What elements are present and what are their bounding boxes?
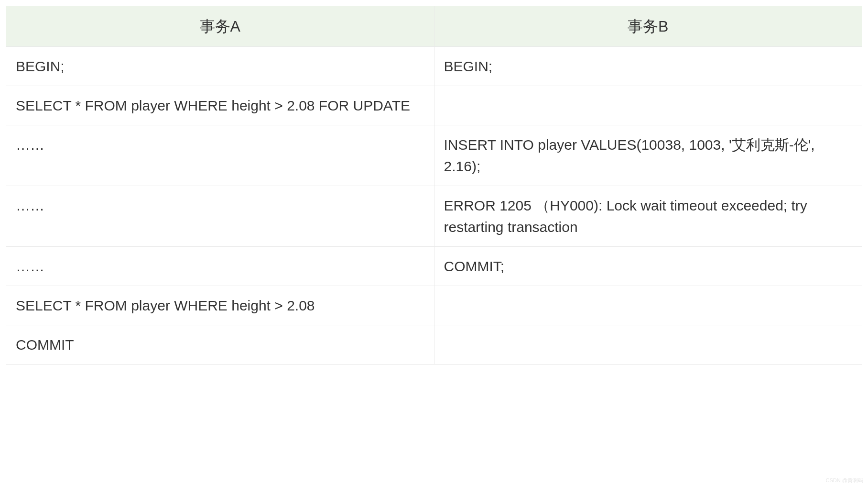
cell-b bbox=[434, 286, 862, 325]
header-transaction-b: 事务B bbox=[434, 6, 862, 47]
table-row: …… INSERT INTO player VALUES(10038, 1003… bbox=[6, 125, 862, 186]
table-row: SELECT * FROM player WHERE height > 2.08… bbox=[6, 86, 862, 125]
cell-b: BEGIN; bbox=[434, 47, 862, 86]
cell-a: BEGIN; bbox=[6, 47, 434, 86]
table-row: …… ERROR 1205 （HY000): Lock wait timeout… bbox=[6, 186, 862, 247]
header-transaction-a: 事务A bbox=[6, 6, 434, 47]
table-header-row: 事务A 事务B bbox=[6, 6, 862, 47]
transaction-table: 事务A 事务B BEGIN; BEGIN; SELECT * FROM play… bbox=[6, 6, 862, 365]
table-row: BEGIN; BEGIN; bbox=[6, 47, 862, 86]
cell-b: ERROR 1205 （HY000): Lock wait timeout ex… bbox=[434, 186, 862, 247]
table-row: COMMIT bbox=[6, 325, 862, 365]
cell-b: COMMIT; bbox=[434, 247, 862, 286]
cell-b bbox=[434, 325, 862, 365]
cell-a: COMMIT bbox=[6, 325, 434, 365]
cell-a: …… bbox=[6, 247, 434, 286]
cell-b bbox=[434, 86, 862, 125]
cell-a: …… bbox=[6, 186, 434, 247]
table-row: SELECT * FROM player WHERE height > 2.08 bbox=[6, 286, 862, 325]
cell-a: SELECT * FROM player WHERE height > 2.08… bbox=[6, 86, 434, 125]
cell-b: INSERT INTO player VALUES(10038, 1003, '… bbox=[434, 125, 862, 186]
cell-a: …… bbox=[6, 125, 434, 186]
cell-a: SELECT * FROM player WHERE height > 2.08 bbox=[6, 286, 434, 325]
table-row: …… COMMIT; bbox=[6, 247, 862, 286]
